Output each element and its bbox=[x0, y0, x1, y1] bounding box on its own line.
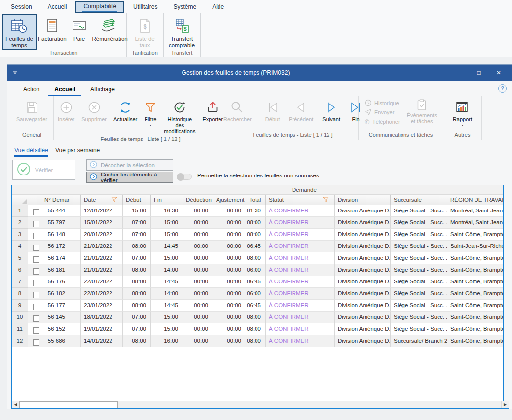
close-button[interactable]: ✕ bbox=[489, 70, 509, 76]
row-number: 1 bbox=[12, 205, 28, 217]
filter-funnel-icon[interactable] bbox=[111, 197, 117, 203]
remuneration-button[interactable]: Rémunération bbox=[91, 14, 125, 43]
maximize-button[interactable]: □ bbox=[469, 70, 489, 76]
historique-modifications-button[interactable]: Historique des modifications bbox=[160, 98, 199, 135]
cocher-elements-button[interactable]: Cocher les éléments à vérifier bbox=[86, 172, 173, 183]
phone-icon: ✆ bbox=[365, 118, 370, 126]
suivant-button[interactable]: Suivant bbox=[319, 98, 344, 123]
app-tab-utilitaires[interactable]: Utilitaires bbox=[126, 1, 164, 13]
row-checkbox[interactable] bbox=[33, 209, 39, 215]
rapport-button[interactable]: Rapport ⌄ bbox=[449, 98, 475, 127]
cell-deduction: 00:00 bbox=[183, 288, 213, 300]
header-spacer[interactable] bbox=[70, 195, 81, 205]
application-tabs: Session Accueil Comptabilité Utilitaires… bbox=[0, 0, 512, 13]
tab-accueil[interactable]: Accueil bbox=[48, 84, 81, 96]
feuilles-de-temps-button[interactable]: Feuilles de temps bbox=[2, 14, 37, 50]
cell-fin: 14:00 bbox=[151, 288, 183, 300]
cell-deduction: 00:00 bbox=[183, 252, 213, 264]
row-checkbox[interactable] bbox=[33, 245, 39, 251]
table-row[interactable]: 7 56 176 22/01/2022 08:00 14:45 00:00 00… bbox=[12, 276, 503, 288]
scroll-right-arrow[interactable]: ▶ bbox=[501, 401, 509, 408]
app-tab-session[interactable]: Session bbox=[4, 1, 39, 13]
row-checkbox[interactable] bbox=[33, 268, 39, 275]
row-checkbox[interactable] bbox=[33, 292, 39, 298]
tab-vue-par-semaine[interactable]: Vue par semaine bbox=[55, 147, 100, 157]
cell-spacer bbox=[70, 323, 81, 335]
row-checkbox[interactable] bbox=[33, 280, 39, 286]
header-succursale[interactable]: Succursale bbox=[391, 195, 447, 205]
header-fin[interactable]: Fin bbox=[151, 195, 183, 205]
verifier-button[interactable]: Vérifier bbox=[12, 160, 75, 180]
minimize-button[interactable]: – bbox=[449, 70, 469, 76]
filter-funnel-icon[interactable] bbox=[323, 197, 329, 203]
app-tab-comptabilite[interactable]: Comptabilité bbox=[75, 1, 124, 13]
row-number: 11 bbox=[12, 323, 28, 335]
tab-affichage[interactable]: Affichage bbox=[84, 84, 121, 96]
vertical-scrollbar[interactable] bbox=[503, 185, 509, 401]
row-checkbox[interactable] bbox=[33, 339, 39, 346]
app-tab-accueil[interactable]: Accueil bbox=[41, 1, 74, 13]
row-checkbox[interactable] bbox=[33, 304, 39, 310]
table-row[interactable]: 4 56 172 21/01/2022 08:00 14:45 00:00 00… bbox=[12, 241, 503, 252]
filtre-button[interactable]: Filtre ⌄ bbox=[141, 98, 160, 127]
cell-succursale: Siège Social - Succ. ... bbox=[391, 323, 447, 335]
first-record-icon bbox=[266, 99, 279, 116]
row-checkbox[interactable] bbox=[33, 327, 39, 334]
select-all-corner[interactable] bbox=[12, 195, 28, 205]
table-row[interactable]: 11 56 152 19/01/2022 07:00 15:00 00:00 0… bbox=[12, 323, 503, 335]
cell-fin: 16:00 bbox=[151, 335, 183, 347]
scroll-left-arrow[interactable]: ◀ bbox=[12, 401, 19, 408]
table-row[interactable]: 8 56 182 22/01/2022 08:00 14:00 00:00 00… bbox=[12, 288, 503, 300]
header-ajustement[interactable]: Ajustement bbox=[213, 195, 246, 205]
actualiser-button[interactable]: Actualiser bbox=[110, 98, 141, 123]
quick-access-menu-icon[interactable] bbox=[7, 69, 22, 77]
row-checkbox[interactable] bbox=[33, 233, 39, 239]
cell-ajustement: 00:00 bbox=[213, 252, 246, 264]
app-tab-systeme[interactable]: Système bbox=[166, 1, 203, 13]
non-submitted-toggle[interactable] bbox=[177, 174, 192, 180]
cell-total: 06:45 bbox=[246, 276, 266, 288]
header-debut[interactable]: Début bbox=[123, 195, 151, 205]
header-date[interactable]: Date bbox=[81, 195, 123, 205]
insert-icon bbox=[59, 99, 73, 116]
table-row[interactable]: 10 56 145 18/01/2022 07:00 15:00 00:00 0… bbox=[12, 312, 503, 323]
table-row[interactable]: 12 55 686 14/01/2022 08:00 16:00 00:00 0… bbox=[12, 335, 503, 347]
cell-statut: À CONFIRMER bbox=[266, 252, 335, 264]
cell-no-demande: 55 797 bbox=[41, 217, 70, 229]
cell-division: Division Amérique D... bbox=[335, 241, 391, 252]
header-checkbox[interactable] bbox=[28, 195, 41, 205]
transfert-comptable-button[interactable]: $ Transfert comptable bbox=[165, 14, 199, 50]
row-checkbox[interactable] bbox=[33, 256, 39, 263]
header-no-demande[interactable]: N° Deman... bbox=[41, 195, 70, 205]
paie-button[interactable]: Paie bbox=[68, 14, 91, 43]
cell-region: Saint-Jean-Sur-Richeli. bbox=[447, 241, 503, 252]
table-row[interactable]: 9 56 177 23/01/2022 08:00 14:45 00:00 00… bbox=[12, 300, 503, 312]
cell-total: 06:45 bbox=[246, 300, 266, 312]
timesheet-grid: Demande N° Deman... Date Début Fin Déduc… bbox=[11, 185, 509, 409]
header-deduction[interactable]: Déduction bbox=[183, 195, 213, 205]
app-tab-aide[interactable]: Aide bbox=[205, 1, 231, 13]
table-row[interactable]: 3 56 148 20/01/2022 07:00 15:00 00:00 00… bbox=[12, 229, 503, 241]
header-region[interactable]: RÉGION DE TRAVAIL bbox=[447, 195, 503, 205]
row-checkbox[interactable] bbox=[33, 221, 39, 227]
row-checkbox[interactable] bbox=[33, 315, 39, 322]
help-icon[interactable]: ? bbox=[498, 84, 507, 93]
header-statut[interactable]: Statut bbox=[266, 195, 335, 205]
invoice-icon bbox=[45, 15, 60, 36]
table-row[interactable]: 2 55 797 15/01/2022 07:00 15:00 00:00 00… bbox=[12, 217, 503, 229]
cell-date: 22/01/2022 bbox=[81, 276, 123, 288]
scrollbar-thumb[interactable] bbox=[19, 401, 118, 408]
table-row[interactable]: 5 56 174 21/01/2022 07:00 15:00 00:00 00… bbox=[12, 252, 503, 264]
group-label-transfert: Transfert bbox=[165, 50, 199, 57]
table-row[interactable]: 6 56 181 21/01/2022 08:00 14:00 00:00 00… bbox=[12, 264, 503, 276]
table-row[interactable]: 1 55 444 12/01/2022 15:00 16:30 00:00 00… bbox=[12, 205, 503, 217]
tab-action[interactable]: Action bbox=[17, 84, 45, 96]
facturation-button[interactable]: Facturation bbox=[37, 14, 68, 43]
cell-spacer bbox=[70, 229, 81, 241]
cell-fin: 15:00 bbox=[151, 217, 183, 229]
header-division[interactable]: Division bbox=[335, 195, 391, 205]
header-total[interactable]: Total bbox=[246, 195, 266, 205]
ribbon-group-label-communications: Communications et tâches bbox=[359, 130, 443, 140]
tab-vue-detaillee[interactable]: Vue détaillée bbox=[14, 147, 48, 157]
horizontal-scrollbar[interactable]: ◀ ▶ bbox=[12, 401, 509, 408]
